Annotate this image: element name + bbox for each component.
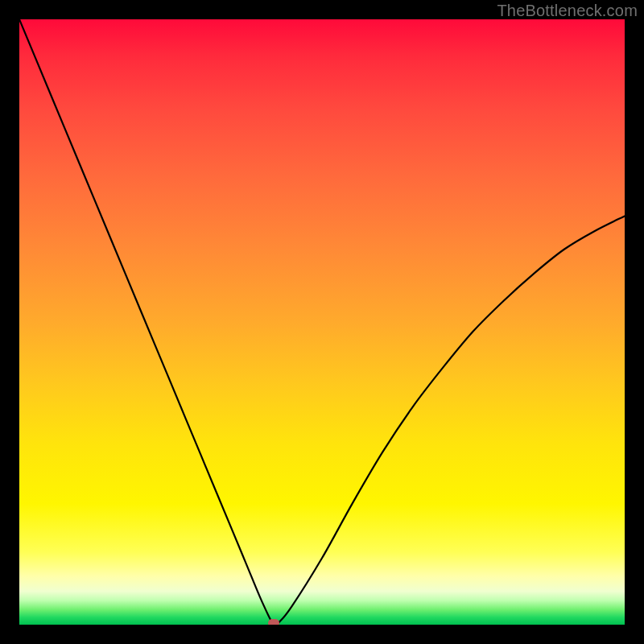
chart-frame: TheBottleneck.com (0, 0, 644, 644)
watermark-text: TheBottleneck.com (497, 2, 638, 20)
plot-area (19, 19, 625, 625)
minimum-marker (268, 619, 279, 625)
bottleneck-curve (19, 19, 625, 625)
